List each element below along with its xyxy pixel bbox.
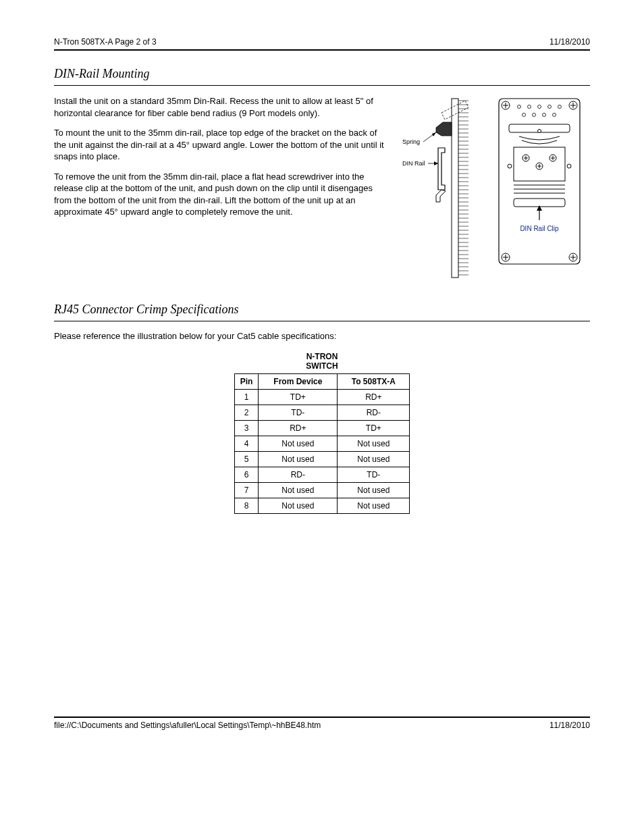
table-row: 5Not usedNot used (234, 452, 410, 467)
table-cell: Not used (259, 483, 338, 498)
svg-marker-46 (432, 132, 436, 136)
svg-rect-0 (452, 99, 458, 278)
table-cell: TD- (259, 405, 338, 421)
din-rail-diagram-svg: Spring DIN Rail (401, 95, 590, 284)
pin-table-body: 1TD+RD+2TD-RD-3RD+TD+4Not usedNot used5N… (234, 390, 410, 514)
table-cell: RD- (338, 405, 410, 421)
header-rule (54, 49, 590, 51)
pin-table-head: Pin From Device To 508TX-A (234, 374, 410, 390)
table-title-2: SWITCH (306, 361, 338, 371)
section-rule-1 (54, 85, 590, 86)
din-rail-clip-label: DIN Rail Clip (520, 225, 559, 232)
table-cell: 4 (234, 436, 259, 452)
table-header-row: Pin From Device To 508TX-A (234, 374, 410, 390)
back-panel-group: DIN Rail Clip (499, 99, 580, 264)
footer-right: 11/18/2010 (549, 721, 590, 730)
svg-point-67 (522, 113, 526, 117)
table-title-1: N-TRON (306, 352, 338, 361)
table-cell: 1 (234, 390, 259, 405)
table-cell: RD+ (338, 390, 410, 405)
pin-table-wrap: N-TRON SWITCH Pin From Device To 508TX-A… (54, 352, 590, 514)
table-cell: 3 (234, 421, 259, 436)
footer-left: file://C:\Documents and Settings\afuller… (54, 721, 321, 730)
th-to: To 508TX-A (338, 374, 410, 390)
svg-point-62 (518, 105, 521, 109)
svg-point-70 (553, 113, 556, 117)
section-din-rail: DIN-Rail Mounting (54, 67, 590, 81)
table-row: 6RD-TD- (234, 467, 410, 483)
table-cell: 5 (234, 452, 259, 467)
svg-point-84 (567, 164, 571, 168)
table-cell: TD+ (259, 390, 338, 405)
footer: file://C:\Documents and Settings\afuller… (54, 721, 590, 730)
svg-point-65 (548, 105, 552, 109)
header-left: N-Tron 508TX-A Page 2 of 3 (54, 37, 157, 47)
table-cell: Not used (338, 483, 410, 498)
svg-point-69 (543, 113, 546, 117)
svg-marker-48 (434, 161, 438, 165)
table-cell: 7 (234, 483, 259, 498)
section-1-text: Install the unit on a standard 35mm Din-… (54, 95, 387, 286)
svg-point-68 (533, 113, 536, 117)
table-cell: Not used (259, 498, 338, 514)
table-row: 1TD+RD+ (234, 390, 410, 405)
din-rail-figure: Spring DIN Rail (401, 95, 590, 286)
table-cell: Not used (259, 452, 338, 467)
table-cell: TD+ (338, 421, 410, 436)
table-row: 4Not usedNot used (234, 436, 410, 452)
pin-table: Pin From Device To 508TX-A 1TD+RD+2TD-RD… (234, 373, 410, 514)
table-cell: 8 (234, 498, 259, 514)
svg-point-64 (538, 105, 541, 109)
section-1-para-3: To remove the unit from the 35mm din-rai… (54, 171, 387, 218)
table-cell: Not used (338, 498, 410, 514)
table-cell: RD+ (259, 421, 338, 436)
table-cell: 6 (234, 467, 259, 483)
header: N-Tron 508TX-A Page 2 of 3 11/18/2010 (54, 37, 590, 47)
table-cell: Not used (338, 436, 410, 452)
section-rj45: RJ45 Connector Crimp Specifications (54, 303, 590, 317)
svg-point-63 (528, 105, 531, 109)
side-view-group: Spring DIN Rail (402, 99, 468, 278)
section-1-body: Install the unit on a standard 35mm Din-… (54, 95, 590, 286)
din-rail-label: DIN Rail (402, 160, 425, 167)
table-row: 2TD-RD- (234, 405, 410, 421)
table-cell: RD- (259, 467, 338, 483)
page: N-Tron 508TX-A Page 2 of 3 11/18/2010 DI… (0, 0, 644, 757)
svg-point-83 (508, 164, 512, 168)
table-row: 7Not usedNot used (234, 483, 410, 498)
table-cell: TD- (338, 467, 410, 483)
header-right: 11/18/2010 (549, 37, 590, 47)
table-cell: Not used (259, 436, 338, 452)
svg-point-72 (538, 130, 541, 133)
th-from: From Device (259, 374, 338, 390)
table-cell: Not used (338, 452, 410, 467)
footer-rule (54, 716, 590, 718)
section-rule-2 (54, 321, 590, 321)
th-pin: Pin (234, 374, 259, 390)
spring-label: Spring (402, 138, 420, 145)
svg-point-66 (558, 105, 562, 109)
table-row: 8Not usedNot used (234, 498, 410, 514)
table-cell: 2 (234, 405, 259, 421)
rj45-intro: Please reference the illustration below … (54, 331, 590, 341)
section-1-para-2: To mount the unit to the 35mm din-rail, … (54, 127, 387, 163)
section-1-para-1: Install the unit on a standard 35mm Din-… (54, 95, 387, 119)
table-row: 3RD+TD+ (234, 421, 410, 436)
